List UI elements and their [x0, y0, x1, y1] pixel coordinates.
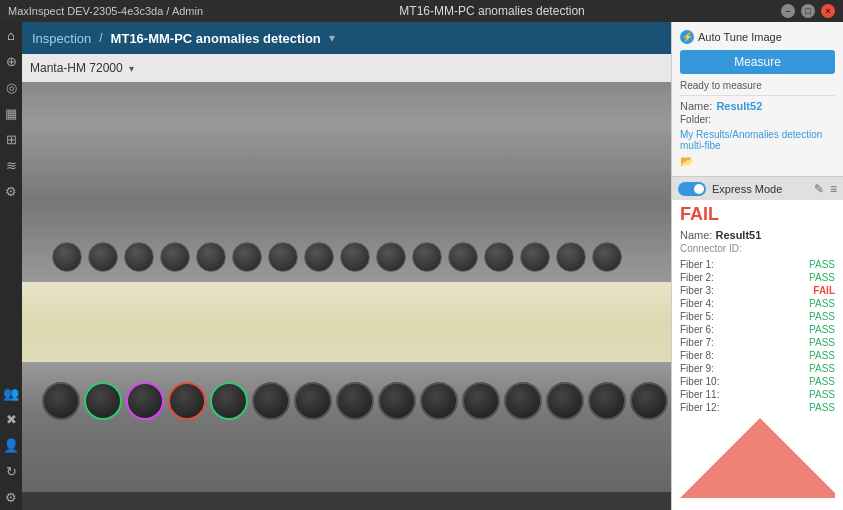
- folder-label: Folder:: [680, 114, 711, 125]
- bottom-fiber-14: [588, 382, 626, 420]
- sidebar-camera-icon[interactable]: ◎: [2, 78, 20, 96]
- fiber-9-top: [340, 242, 370, 272]
- bottom-fiber-1: [42, 382, 80, 420]
- express-mode-label: Express Mode: [712, 183, 808, 195]
- fiber-16-top: [592, 242, 622, 272]
- fiber-label: Fiber 11:: [680, 389, 719, 400]
- bottom-fiber-12: [504, 382, 542, 420]
- ready-status: Ready to measure: [680, 80, 835, 91]
- auto-tune-section: ⚡ Auto Tune Image: [680, 30, 835, 44]
- fiber-status: PASS: [809, 311, 835, 322]
- sidebar-profile-icon[interactable]: 👤: [2, 436, 20, 454]
- fiber-14-top: [520, 242, 550, 272]
- sidebar-add-icon[interactable]: ⊕: [2, 52, 20, 70]
- edit-icon[interactable]: ✎: [814, 182, 824, 196]
- fiber-7-top: [268, 242, 298, 272]
- results-content[interactable]: FAIL Name: Result51 Connector ID: Fiber …: [672, 200, 843, 510]
- bottom-fiber-10: [420, 382, 458, 420]
- folder-value[interactable]: My Results/Anomalies detection multi-fib…: [680, 129, 835, 151]
- fiber-6-top: [232, 242, 262, 272]
- fiber-status: PASS: [809, 402, 835, 413]
- fiber-result-row: Fiber 1:PASS: [680, 258, 835, 271]
- image-area: [22, 82, 671, 510]
- auto-tune-icon: ⚡: [680, 30, 694, 44]
- fiber-status: PASS: [809, 324, 835, 335]
- bottom-fiber-8: [336, 382, 374, 420]
- inspection-label: Inspection: [32, 31, 91, 46]
- titlebar-right: − □ ×: [781, 4, 835, 18]
- close-button[interactable]: ×: [821, 4, 835, 18]
- fiber-status: PASS: [809, 389, 835, 400]
- result-name-label: Name:: [680, 229, 712, 241]
- fiber-13-top: [484, 242, 514, 272]
- fiber-5-top: [196, 242, 226, 272]
- auto-tune-label: Auto Tune Image: [698, 31, 782, 43]
- fiber-result-row: Fiber 2:PASS: [680, 271, 835, 284]
- maximize-button[interactable]: □: [801, 4, 815, 18]
- bottom-fiber-4: [168, 382, 206, 420]
- toggle-knob: [694, 184, 704, 194]
- fiber-label: Fiber 2:: [680, 272, 714, 283]
- fiber-status: PASS: [809, 350, 835, 361]
- window-title: MT16-MM-PC anomalies detection: [399, 4, 584, 18]
- bottom-fiber-5: [210, 382, 248, 420]
- sidebar-settings-icon[interactable]: ⚙: [2, 488, 20, 506]
- header-dropdown-arrow[interactable]: ▾: [329, 31, 335, 45]
- sidebar-gear-icon[interactable]: ⚙: [2, 182, 20, 200]
- fiber-result-row: Fiber 9:PASS: [680, 362, 835, 375]
- sidebar-grid-icon[interactable]: ▦: [2, 104, 20, 122]
- folder-open-icon[interactable]: 📂: [680, 155, 694, 168]
- fiber-2-top: [88, 242, 118, 272]
- result-name-value: Result51: [715, 229, 761, 241]
- fail-badge: FAIL: [680, 204, 835, 225]
- top-fiber-image: [22, 82, 671, 282]
- connector-id-label: Connector ID:: [680, 243, 835, 254]
- sidebar-refresh-icon[interactable]: ↻: [2, 462, 20, 480]
- sidebar-close-icon[interactable]: ✖: [2, 410, 20, 428]
- measure-button[interactable]: Measure: [680, 50, 835, 74]
- fiber-row-bottom: [42, 382, 671, 420]
- fiber-15-top: [556, 242, 586, 272]
- fiber-10-top: [376, 242, 406, 272]
- name-value[interactable]: Result52: [716, 100, 762, 112]
- app-name: MaxInspect DEV-2305-4e3c3da / Admin: [8, 5, 203, 17]
- chart-container: [680, 418, 835, 498]
- fiber-result-row: Fiber 10:PASS: [680, 375, 835, 388]
- results-panel: Express Mode ✎ ≡ FAIL Name: Result51 Con…: [672, 176, 843, 510]
- fiber-label: Fiber 10:: [680, 376, 719, 387]
- camera-bar: Manta-HM 72000 ▾: [22, 54, 671, 82]
- sidebar-list-icon[interactable]: ⊞: [2, 130, 20, 148]
- fiber-results-list: Fiber 1:PASSFiber 2:PASSFiber 3:FAILFibe…: [680, 258, 835, 414]
- sidebar-user-group-icon[interactable]: 👥: [2, 384, 20, 402]
- sidebar-tool-icon[interactable]: ≋: [2, 156, 20, 174]
- header-separator: /: [99, 31, 102, 45]
- fiber-result-row: Fiber 6:PASS: [680, 323, 835, 336]
- camera-name: Manta-HM 72000: [30, 61, 123, 75]
- svg-marker-0: [680, 418, 835, 498]
- fiber-8-top: [304, 242, 334, 272]
- page-title: MT16-MM-PC anomalies detection: [111, 31, 321, 46]
- fiber-11-top: [412, 242, 442, 272]
- fiber-result-row: Fiber 8:PASS: [680, 349, 835, 362]
- sidebar-home-icon[interactable]: ⌂: [2, 26, 20, 44]
- fiber-result-row: Fiber 11:PASS: [680, 388, 835, 401]
- content-area: Inspection / MT16-MM-PC anomalies detect…: [22, 22, 671, 510]
- fiber-label: Fiber 5:: [680, 311, 714, 322]
- bottom-fiber-7: [294, 382, 332, 420]
- fiber-4-top: [160, 242, 190, 272]
- right-panel: ⚡ Auto Tune Image Measure Ready to measu…: [671, 22, 843, 510]
- fiber-3-top: [124, 242, 154, 272]
- header-bar: Inspection / MT16-MM-PC anomalies detect…: [22, 22, 671, 54]
- bottom-fiber-2: [84, 382, 122, 420]
- middle-image: [22, 282, 671, 362]
- menu-icon[interactable]: ≡: [830, 182, 837, 196]
- express-mode-toggle[interactable]: [678, 182, 706, 196]
- right-top: ⚡ Auto Tune Image Measure Ready to measu…: [672, 22, 843, 176]
- main-layout: ⌂ ⊕ ◎ ▦ ⊞ ≋ ⚙ 👥 ✖ 👤 ↻ ⚙ Inspection / MT1…: [0, 22, 843, 510]
- fiber-status: PASS: [809, 272, 835, 283]
- camera-dropdown-arrow[interactable]: ▾: [129, 63, 134, 74]
- fiber-status: PASS: [809, 298, 835, 309]
- fiber-result-row: Fiber 5:PASS: [680, 310, 835, 323]
- fiber-label: Fiber 9:: [680, 363, 714, 374]
- minimize-button[interactable]: −: [781, 4, 795, 18]
